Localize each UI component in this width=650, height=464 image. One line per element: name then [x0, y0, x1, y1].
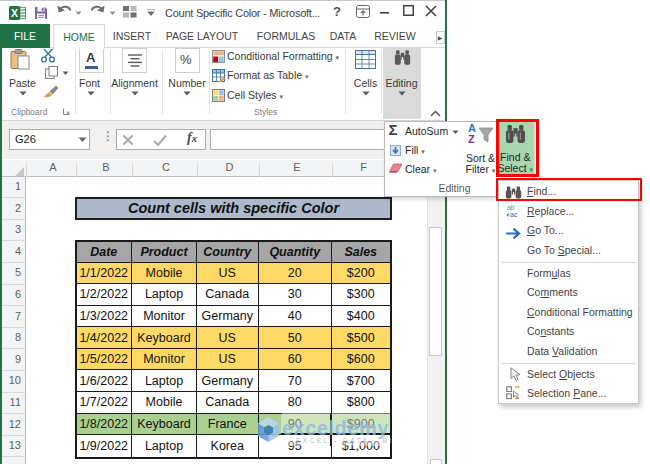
- svg-text:ac: ac: [510, 211, 518, 218]
- svg-text:ab: ab: [507, 203, 515, 210]
- svg-text:X: X: [11, 7, 18, 19]
